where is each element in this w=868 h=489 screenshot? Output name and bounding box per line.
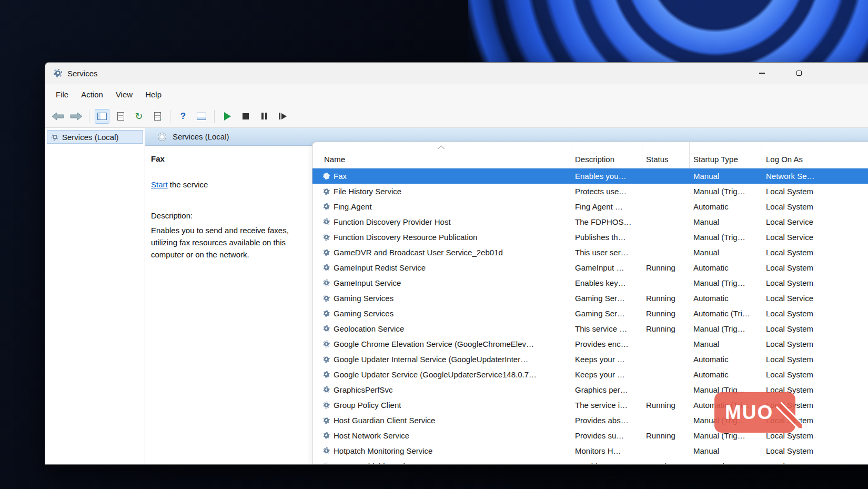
service-startup-type: Automatic: [690, 263, 762, 272]
service-startup-type: Manual: [690, 248, 762, 257]
table-row[interactable]: Gaming Services Gaming Ser… Running Auto…: [312, 306, 868, 321]
service-status: Running: [642, 263, 690, 272]
table-row[interactable]: Function Discovery Provider Host The FDP…: [312, 214, 868, 229]
column-header-description[interactable]: Description: [571, 142, 642, 168]
service-name: Geolocation Service: [334, 324, 404, 333]
service-logon: Local System: [762, 278, 868, 287]
service-gear-icon: [323, 173, 330, 179]
service-gear-icon: [323, 402, 330, 408]
title-bar[interactable]: Services ✕: [45, 63, 868, 84]
pause-service-button[interactable]: [257, 109, 271, 124]
service-name: Function Discovery Provider Host: [334, 217, 451, 226]
service-name: Google Updater Service (GoogleUpdaterSer…: [334, 370, 537, 379]
table-row[interactable]: GameDVR and Broadcast User Service_2eb01…: [312, 245, 868, 260]
properties-button[interactable]: [113, 109, 128, 124]
show-console-tree-button[interactable]: [95, 109, 109, 124]
table-row[interactable]: Fing.Agent Fing Agent … Automatic Local …: [312, 199, 868, 214]
table-row[interactable]: Function Discovery Resource Publication …: [312, 229, 868, 245]
description-label: Description:: [151, 211, 304, 220]
service-logon: Local System: [762, 355, 868, 364]
service-logon: Local System: [762, 187, 868, 196]
start-service-button[interactable]: [220, 109, 235, 124]
play-icon: [224, 112, 231, 121]
minimize-button[interactable]: [750, 63, 774, 84]
column-header-startup-type[interactable]: Startup Type: [690, 142, 762, 168]
table-row[interactable]: Google Updater Internal Service (GoogleU…: [312, 352, 868, 367]
action-suffix: the service: [168, 180, 208, 189]
close-button[interactable]: ✕: [866, 63, 868, 84]
service-logon: Local System: [762, 248, 868, 257]
service-gear-icon: [323, 234, 330, 241]
service-name: Host Network Service: [334, 431, 409, 440]
menu-view[interactable]: View: [109, 87, 139, 102]
service-description: Provides s…: [571, 462, 642, 464]
service-name: Hotspot Shield Service 12.12.2: [334, 462, 442, 464]
service-logon: Local Service: [762, 217, 868, 226]
service-description: Fing Agent …: [571, 202, 642, 211]
service-startup-type: Manual: [690, 217, 762, 226]
service-description: Graphics per…: [571, 385, 642, 394]
restart-service-button[interactable]: [275, 109, 290, 124]
service-name: Host Guardian Client Service: [334, 416, 435, 425]
menu-bar: File Action View Help: [45, 84, 868, 105]
service-logon: Local System: [762, 202, 868, 211]
stop-service-button[interactable]: [238, 109, 253, 124]
table-row[interactable]: Fax Enables you… Manual Network Se…: [312, 168, 868, 184]
menu-action[interactable]: Action: [75, 87, 109, 102]
service-name: File History Service: [334, 187, 401, 196]
table-row[interactable]: Google Updater Service (GoogleUpdaterSer…: [312, 367, 868, 382]
table-row[interactable]: Gaming Services Gaming Ser… Running Auto…: [312, 291, 868, 306]
table-row[interactable]: Hotspot Shield Service 12.12.2 Provides …: [312, 458, 868, 464]
table-row[interactable]: Hotpatch Monitoring Service Monitors H… …: [312, 443, 868, 458]
service-name: GameInput Redist Service: [334, 263, 426, 272]
service-name: Gaming Services: [334, 309, 393, 318]
service-name: Google Chrome Elevation Service (GoogleC…: [334, 340, 534, 348]
service-description: Protects use…: [571, 187, 642, 196]
column-header-status[interactable]: Status: [642, 142, 690, 168]
maximize-button[interactable]: [787, 63, 811, 84]
refresh-icon: ↻: [135, 111, 143, 122]
service-gear-icon: [323, 218, 330, 225]
service-logon: Network Se…: [762, 172, 868, 181]
export-list-button[interactable]: →: [150, 109, 165, 124]
service-gear-icon: [323, 432, 330, 439]
service-logon: Local Service: [762, 233, 868, 242]
service-description: Gaming Ser…: [571, 294, 642, 303]
menu-file[interactable]: File: [49, 87, 75, 102]
start-service-link[interactable]: Start: [151, 180, 168, 189]
help-button[interactable]: ?: [176, 109, 190, 124]
table-row[interactable]: File History Service Protects use… Manua…: [312, 184, 868, 199]
service-startup-type: Manual (Trig…: [690, 233, 762, 242]
forward-button[interactable]: [69, 109, 84, 124]
service-status: Running: [642, 294, 690, 303]
service-description: Keeps your …: [571, 355, 642, 364]
service-name: Function Discovery Resource Publication: [334, 233, 477, 242]
service-gear-icon: [323, 371, 330, 378]
service-description: Publishes th…: [571, 233, 642, 242]
extended-detail-panel: Fax Start the service Description: Enabl…: [145, 146, 309, 269]
extended-view-button[interactable]: [194, 109, 209, 124]
table-row[interactable]: GameInput Service Enables key… Manual (T…: [312, 275, 868, 291]
service-description: Enables you…: [571, 172, 642, 181]
table-row[interactable]: Geolocation Service This service … Runni…: [312, 321, 868, 336]
muo-watermark: MUO: [714, 392, 795, 433]
table-row[interactable]: Google Chrome Elevation Service (GoogleC…: [312, 336, 868, 352]
service-action-line: Start the service: [151, 180, 304, 189]
toolbar: ↻ → ?: [45, 105, 868, 128]
column-header-log-on-as[interactable]: Log On As: [762, 142, 868, 168]
service-description: Provides enc…: [571, 340, 642, 348]
service-name: Group Policy Client: [334, 401, 401, 410]
properties-icon: [117, 112, 124, 121]
menu-help[interactable]: Help: [139, 87, 168, 102]
service-gear-icon: [323, 310, 330, 317]
tree-item-services-local[interactable]: Services (Local): [47, 130, 143, 144]
column-header-name[interactable]: Name: [312, 142, 571, 168]
service-logon: Local Service: [762, 294, 868, 303]
service-name: Fing.Agent: [334, 202, 372, 211]
restart-icon: [279, 113, 287, 119]
table-row[interactable]: GameInput Redist Service GameInput … Run…: [312, 260, 868, 275]
service-description: Monitors H…: [571, 446, 642, 455]
back-button[interactable]: [51, 109, 65, 124]
refresh-button[interactable]: ↻: [132, 109, 146, 124]
service-description: Keeps your …: [571, 370, 642, 379]
